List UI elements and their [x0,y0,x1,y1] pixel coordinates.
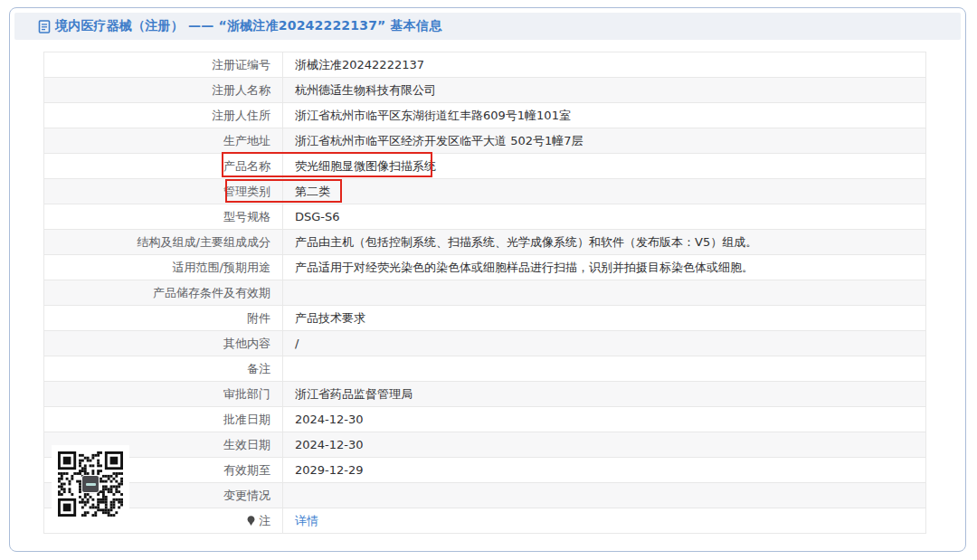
page-title: 境内医疗器械（注册） —— “浙械注准20242222137” 基本信息 [55,18,441,34]
row-label-text: 备注 [247,361,270,377]
row-label: 生产地址 [44,128,283,153]
row-label: 注册证编号 [44,52,283,77]
row-label: 产品储存条件及有效期 [44,280,283,305]
row-value: 第二类 [283,179,925,204]
table-row: 管理类别第二类 [44,179,925,204]
table-row: 注详情 [44,508,925,534]
row-value: 产品由主机（包括控制系统、扫描系统、光学成像系统）和软件（发布版本：V5）组成。 [283,230,925,254]
row-value: 2024-12-30 [283,407,925,432]
row-value [283,280,925,305]
pin-icon [246,516,256,527]
row-value: 杭州德适生物科技有限公司 [283,78,925,102]
table-row: 批准日期2024-12-30 [44,407,925,432]
row-label-text: 审批部门 [223,386,270,403]
row-label: 其他内容 [44,331,283,356]
row-label-text: 有效期至 [223,462,270,479]
row-value: 产品技术要求 [283,306,925,330]
table-row: 有效期至2029-12-29 [44,458,925,483]
row-value: 浙江省药品监督管理局 [283,382,925,406]
row-label-text: 其他内容 [223,336,270,352]
row-label-text: 变更情况 [223,488,270,504]
row-label: 附件 [44,306,283,330]
row-value: DSG-S6 [283,204,925,229]
table-row: 生效日期2024-12-30 [44,432,925,458]
row-value: 浙江省杭州市临平区经济开发区临平大道 502号1幢7层 [283,128,925,153]
device-info-card: 境内医疗器械（注册） —— “浙械注准20242222137” 基本信息 注册证… [9,7,966,552]
card-header: 境内医疗器械（注册） —— “浙械注准20242222137” 基本信息 [14,13,961,40]
table-row: 结构及组成/主要组成成分产品由主机（包括控制系统、扫描系统、光学成像系统）和软件… [44,230,925,255]
row-label-text: 注册人住所 [212,108,270,124]
row-label-text: 适用范围/预期用途 [173,260,270,276]
table-row: 产品储存条件及有效期 [44,280,925,306]
details-link[interactable]: 详情 [295,513,318,529]
row-value: 浙江省杭州市临平区东湖街道红丰路609号1幢101室 [283,103,925,128]
row-label: 备注 [44,356,283,381]
table-row: 备注 [44,356,925,382]
row-value: 2029-12-29 [283,458,925,482]
row-value: 2024-12-30 [283,432,925,457]
row-label: 注册人名称 [44,78,283,102]
qr-code [52,445,129,523]
row-value: 荧光细胞显微图像扫描系统 [283,154,925,178]
row-label-text: 产品名称 [223,158,270,175]
row-label: 适用范围/预期用途 [44,255,283,280]
row-value [283,483,925,508]
table-row: 其他内容/ [44,331,925,356]
table-row: 适用范围/预期用途产品适用于对经荧光染色的染色体或细胞样品进行扫描，识别并拍摄目… [44,255,925,280]
table-row: 产品名称荧光细胞显微图像扫描系统 [44,154,925,179]
row-label: 注册人住所 [44,103,283,128]
row-label-text: 生产地址 [223,133,270,149]
row-label: 管理类别 [44,179,283,204]
row-label-text: 附件 [247,310,270,327]
table-row: 变更情况 [44,483,925,508]
row-label: 审批部门 [44,382,283,406]
qr-center-logo [81,475,100,493]
row-label-text: 注册人名称 [212,82,270,99]
row-label: 批准日期 [44,407,283,432]
row-label-text: 批准日期 [223,412,270,428]
table-row: 型号规格DSG-S6 [44,204,925,230]
row-label-text: 型号规格 [223,209,270,225]
info-table: 注册证编号浙械注准20242222137注册人名称杭州德适生物科技有限公司注册人… [43,52,926,534]
row-label-text: 管理类别 [223,184,270,200]
row-label: 结构及组成/主要组成成分 [44,230,283,254]
document-icon [38,20,51,33]
table-row: 生产地址浙江省杭州市临平区经济开发区临平大道 502号1幢7层 [44,128,925,154]
row-value: / [283,331,925,356]
table-row: 附件产品技术要求 [44,306,925,331]
table-row: 审批部门浙江省药品监督管理局 [44,382,925,407]
row-value: 详情 [283,508,925,533]
row-value [283,356,925,381]
row-label-text: 结构及组成/主要组成成分 [138,234,270,251]
row-label-text: 注册证编号 [212,57,270,73]
row-label: 产品名称 [44,154,283,178]
row-label-text: 生效日期 [223,437,270,453]
table-row: 注册人名称杭州德适生物科技有限公司 [44,78,925,103]
row-label-text: 产品储存条件及有效期 [153,285,270,301]
row-label: 型号规格 [44,204,283,229]
table-row: 注册证编号浙械注准20242222137 [44,52,925,78]
row-value: 浙械注准20242222137 [283,52,925,77]
row-label-text: 注 [259,513,270,529]
table-row: 注册人住所浙江省杭州市临平区东湖街道红丰路609号1幢101室 [44,103,925,128]
row-value: 产品适用于对经荧光染色的染色体或细胞样品进行扫描，识别并拍摄目标染色体或细胞。 [283,255,925,280]
